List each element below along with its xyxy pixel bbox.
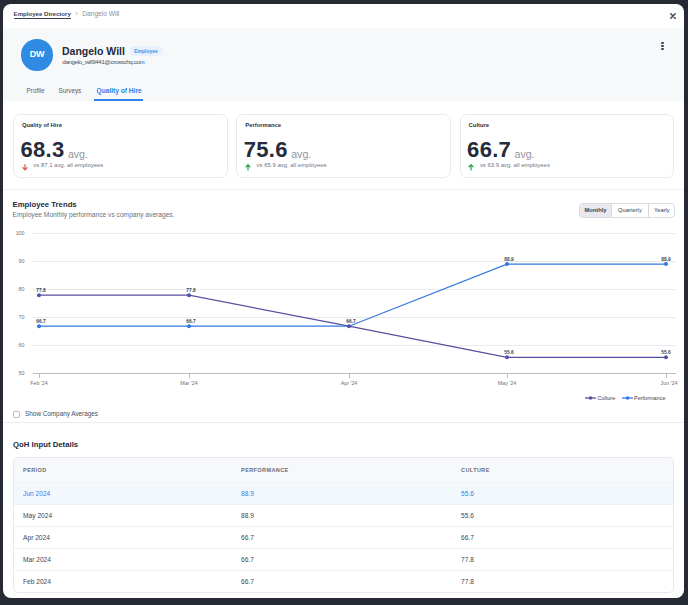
svg-text:Performance: Performance bbox=[634, 395, 666, 401]
svg-text:66.7: 66.7 bbox=[346, 319, 356, 324]
svg-text:77.8: 77.8 bbox=[36, 288, 46, 293]
svg-text:88.9: 88.9 bbox=[661, 257, 671, 262]
svg-text:55.6: 55.6 bbox=[661, 350, 671, 355]
svg-text:80: 80 bbox=[19, 286, 25, 292]
svg-text:Jun '24: Jun '24 bbox=[661, 380, 678, 386]
svg-text:66.7: 66.7 bbox=[186, 319, 196, 324]
svg-text:88.9: 88.9 bbox=[504, 257, 514, 262]
svg-text:May '24: May '24 bbox=[498, 380, 516, 386]
svg-text:Apr '24: Apr '24 bbox=[341, 380, 358, 386]
svg-text:Mar '24: Mar '24 bbox=[180, 380, 198, 386]
svg-text:Feb '24: Feb '24 bbox=[30, 380, 48, 386]
svg-text:55.6: 55.6 bbox=[504, 350, 514, 355]
svg-text:70: 70 bbox=[19, 314, 25, 320]
svg-text:60: 60 bbox=[19, 342, 25, 348]
svg-text:90: 90 bbox=[19, 258, 25, 264]
svg-text:100: 100 bbox=[16, 230, 25, 236]
svg-text:Culture: Culture bbox=[598, 395, 616, 401]
svg-text:77.8: 77.8 bbox=[186, 288, 196, 293]
svg-text:66.7: 66.7 bbox=[36, 319, 46, 324]
svg-text:50: 50 bbox=[19, 370, 25, 376]
